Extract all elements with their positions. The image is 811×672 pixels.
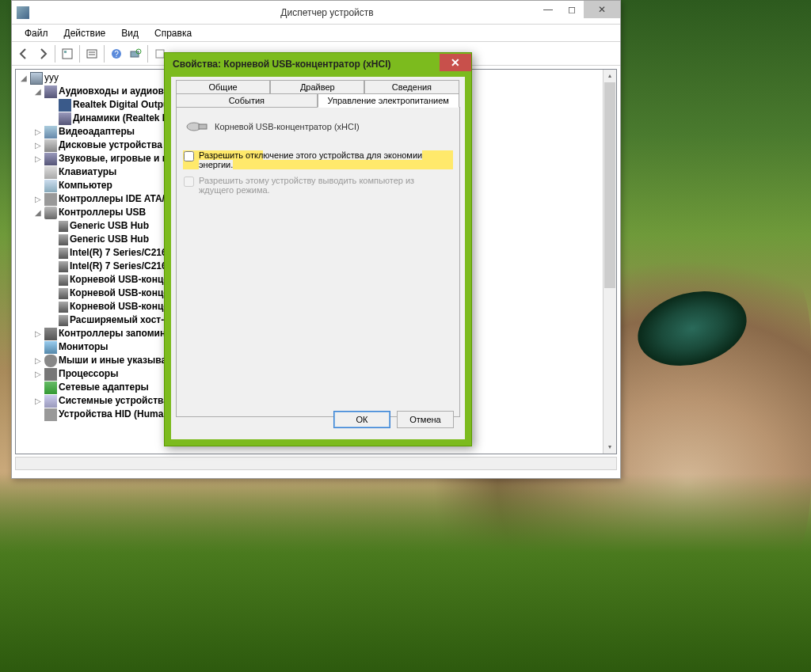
svg-rect-9 [156,50,164,58]
device-icon [44,126,57,139]
detail-icon[interactable] [59,45,76,63]
cancel-button[interactable]: Отмена [397,411,454,428]
properties-dialog: Свойства: Корневой USB-концентратор (xHC… [164,52,472,446]
close-button[interactable]: ✕ [584,1,620,18]
minimize-button[interactable]: — [536,1,560,18]
dialog-close-button[interactable]: ✕ [440,54,471,71]
device-icon [59,275,68,286]
dialog-title: Свойства: Корневой USB-концентратор (xHC… [173,59,440,70]
device-icon [44,408,57,421]
device-icon [44,166,57,179]
device-icon [44,139,57,152]
device-icon [59,248,68,259]
expand-icon[interactable]: ◢ [19,71,29,85]
device-icon [44,153,57,165]
menu-view[interactable]: Вид [113,26,147,40]
tab-power[interactable]: Управление электропитанием [318,93,459,108]
node-label: Generic USB Hub [70,219,149,233]
expand-icon[interactable]: ▷ [33,192,43,206]
svg-rect-1 [64,51,67,53]
dialog-buttons: ОК Отмена [333,411,454,428]
node-label: Generic USB Hub [70,233,149,246]
svg-rect-2 [87,50,97,58]
expand-icon[interactable]: ▷ [33,394,43,408]
svg-rect-11 [199,124,207,129]
node-label: Системные устройства [59,394,169,408]
device-icon [44,85,57,98]
allow-wake-row: Разрешить этому устройству выводить комп… [183,176,453,195]
window-title: Диспетчер устройств [34,7,620,18]
menubar: Файл Действие Вид Справка [12,25,620,42]
expand-icon[interactable]: ▷ [33,125,43,139]
menu-help[interactable]: Справка [147,26,200,40]
device-name: Корневой USB-концентратор (xHCI) [215,122,360,131]
device-icon [59,221,68,232]
expand-icon[interactable]: ▷ [33,354,43,367]
svg-rect-7 [131,51,139,57]
menu-action[interactable]: Действие [56,26,114,40]
device-icon [44,207,57,219]
back-icon[interactable] [15,45,32,63]
expand-icon[interactable]: ▷ [33,327,43,340]
allow-wake-label: Разрешить этому устройству выводить комп… [199,176,436,195]
device-icon [59,99,71,112]
device-icon [59,302,68,313]
help-icon[interactable]: ? [108,45,125,63]
scan-icon[interactable] [127,45,144,63]
dialog-tabs: Общие Драйвер Сведения События Управлени… [176,80,460,107]
device-icon [59,288,68,299]
device-icon [59,315,68,326]
node-label: Сетевые адаптеры [59,381,149,394]
device-icon [44,328,57,340]
expand-icon[interactable]: ▷ [33,152,43,165]
horizontal-scrollbar[interactable] [15,457,617,470]
usb-hub-icon [186,119,208,135]
allow-turnoff-label: Разрешить отключение этого устройства дл… [199,150,453,169]
node-label: Видеоадаптеры [59,125,135,139]
device-icon [44,341,57,354]
device-icon [44,368,57,381]
allow-turnoff-checkbox[interactable] [184,151,194,161]
svg-rect-0 [63,49,72,59]
node-label: Дисковые устройства [59,139,162,152]
tab-details[interactable]: Сведения [364,80,459,93]
expand-icon[interactable]: ▷ [33,139,43,152]
expand-icon[interactable]: ◢ [33,206,43,219]
tab-general[interactable]: Общие [176,80,270,93]
ok-button[interactable]: ОК [333,411,390,428]
expand-icon[interactable]: ▷ [33,367,43,381]
scrollbar-thumb[interactable] [604,82,615,288]
device-row: Корневой USB-концентратор (xHCI) [186,119,453,135]
device-icon [44,355,57,367]
device-icon [59,112,71,125]
allow-turnoff-row[interactable]: Разрешить отключение этого устройства дл… [183,150,453,169]
device-icon [59,261,68,272]
dialog-titlebar[interactable]: Свойства: Корневой USB-концентратор (xHC… [165,53,471,75]
titlebar[interactable]: Диспетчер устройств — ◻ ✕ [12,1,620,25]
vertical-scrollbar[interactable] [603,70,616,454]
tab-driver[interactable]: Драйвер [270,80,364,93]
allow-wake-checkbox [184,177,194,187]
dialog-body: Общие Драйвер Сведения События Управлени… [171,77,465,439]
svg-text:?: ? [114,50,119,59]
device-icon [44,382,57,394]
device-icon [59,234,68,245]
menu-file[interactable]: Файл [17,26,56,40]
node-label: Контроллеры USB [59,206,146,219]
node-label: ууу [44,71,59,85]
app-icon [17,6,29,19]
device-icon [44,395,57,408]
device-icon [44,180,57,192]
node-label: Мониторы [59,340,109,354]
power-panel: Корневой USB-концентратор (xHCI) Разреши… [176,107,460,417]
forward-icon[interactable] [34,45,51,63]
wallpaper-grass [0,474,811,672]
maximize-button[interactable]: ◻ [560,1,584,18]
node-label: Процессоры [59,367,118,381]
node-label: Компьютер [59,179,112,192]
node-label: Клавиатуры [59,165,116,179]
device-icon [30,72,43,85]
properties-icon[interactable] [83,45,101,63]
tab-events[interactable]: События [176,93,318,107]
expand-icon[interactable]: ◢ [33,85,43,98]
